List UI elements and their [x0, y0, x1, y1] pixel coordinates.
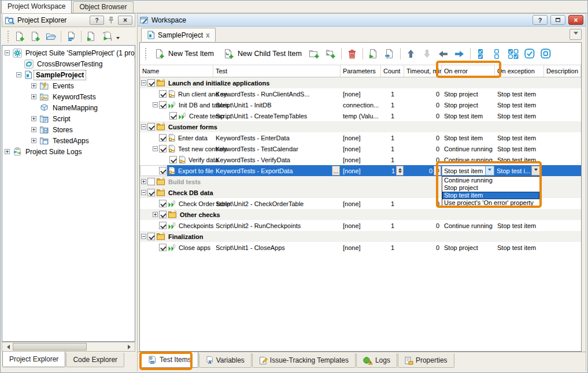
toolbar-grip[interactable]	[7, 30, 9, 43]
row-checkbox[interactable]	[159, 244, 167, 251]
row-checkbox[interactable]	[159, 145, 167, 152]
row-expand-icon[interactable]	[141, 124, 146, 129]
tree-item-project-suite-sampleproject-1-project[interactable]: Project Suite 'SampleProject' (1 project	[2, 47, 135, 58]
tree-expand-icon[interactable]	[5, 149, 10, 154]
row-expand-icon[interactable]	[153, 146, 158, 151]
row-checkbox[interactable]	[147, 189, 155, 196]
tree-expand-icon[interactable]	[16, 72, 21, 77]
column-header-on-error[interactable]: On error	[442, 65, 495, 77]
scroll-left-icon[interactable]	[2, 342, 12, 351]
test-browse-button[interactable]: ...	[332, 166, 340, 176]
row-checkbox[interactable]	[159, 134, 167, 141]
column-header-parameters[interactable]: Parameters	[341, 65, 381, 77]
row-checkbox[interactable]	[147, 178, 155, 185]
tab-sampleproject[interactable]: SampleProject x	[141, 28, 216, 42]
test-item-row-checkpoints[interactable]: ()CheckpointsScript\Unit2 - RunCheckpoin…	[140, 220, 581, 231]
uncheck-all-items-button[interactable]	[490, 46, 505, 61]
test-item-row-close-apps[interactable]: ()Close appsScript\Unit1 - CloseApps[non…	[140, 242, 581, 253]
test-item-row-verify-data[interactable]: Verify dataKeywordTests - VerifyData[non…	[140, 154, 581, 165]
column-header-timeout-min[interactable]: Timeout, min	[404, 65, 442, 77]
row-checkbox[interactable]	[169, 112, 177, 120]
on-exception-combobox[interactable]: Stop test i...	[495, 166, 540, 176]
row-checkbox[interactable]	[147, 123, 155, 130]
test-item-row-export-to-file[interactable]: Export to fileKeywordTests - ExportData[…	[140, 165, 581, 176]
go-to-test-button[interactable]	[382, 46, 397, 61]
row-checkbox[interactable]	[159, 211, 167, 218]
dropdown-option-use-project-s-on-error-property[interactable]: Use project's 'On error' property	[442, 199, 539, 207]
spin-up-icon[interactable]	[434, 166, 441, 171]
row-checkbox[interactable]	[159, 90, 167, 98]
move-right-button[interactable]	[452, 46, 467, 61]
dropdown-option-continue-running[interactable]: Continue running	[442, 177, 539, 184]
tree-expand-icon[interactable]	[31, 94, 36, 99]
new-item-button[interactable]	[28, 29, 43, 44]
scroll-right-icon[interactable]	[125, 342, 135, 351]
workspace-help-button[interactable]: ?	[532, 15, 548, 25]
tree-expand-icon[interactable]	[31, 138, 36, 143]
row-expand-icon[interactable]	[153, 102, 158, 107]
run-project-button[interactable]	[84, 29, 99, 44]
close-panel-button[interactable]: ×	[118, 16, 132, 25]
test-item-row-create-temp[interactable]: ()Create temp ...Script\Unit1 - CreateTe…	[140, 110, 581, 121]
row-checkbox[interactable]	[147, 233, 155, 240]
row-checkbox[interactable]	[169, 156, 177, 163]
tab-list-dropdown-button[interactable]	[569, 29, 582, 40]
move-up-button[interactable]	[404, 46, 419, 61]
test-item-row-test-new-controls[interactable]: Test new controlsKeywordTests - TestCale…	[140, 143, 581, 154]
tree-item-stores[interactable]: Stores	[2, 124, 135, 135]
tree-expand-icon[interactable]	[31, 83, 36, 88]
workspace-close-button[interactable]: ×	[568, 15, 583, 25]
dropdown-option-stop-project[interactable]: Stop project	[442, 184, 539, 192]
move-left-button[interactable]	[436, 46, 451, 61]
timeout-spinner[interactable]	[434, 166, 441, 176]
on-error-combobox[interactable]: Stop test item	[442, 166, 494, 176]
bottom-tab-issue-tracking-templates[interactable]: Issue-Tracking Templates	[252, 353, 356, 368]
group-row-other-checks[interactable]: Other checks	[140, 209, 581, 220]
check-all-items-button[interactable]	[474, 46, 489, 61]
row-expand-icon[interactable]	[141, 234, 146, 239]
scrollbar-thumb[interactable]	[13, 343, 87, 350]
bottom-tab-test-items[interactable]: Test Items	[141, 352, 198, 368]
run-project-suite-button[interactable]	[99, 29, 114, 44]
top-tab-object-browser[interactable]: Object Browser	[73, 1, 133, 13]
row-expand-icon[interactable]	[141, 80, 146, 85]
run-selected-item-button[interactable]	[366, 46, 381, 61]
dropdown-option-stop-test-item[interactable]: Stop test item	[442, 192, 539, 199]
delete-button[interactable]	[345, 46, 360, 61]
row-expand-icon[interactable]	[141, 190, 146, 195]
horizontal-scrollbar[interactable]	[2, 342, 135, 352]
tree-expand-icon[interactable]	[31, 116, 36, 121]
help-button[interactable]: ?	[90, 16, 104, 25]
add-new-project-button[interactable]	[12, 29, 27, 44]
tree-item-script[interactable]: Script	[2, 113, 135, 124]
tree-item-testedapps[interactable]: TestedApps	[2, 135, 135, 146]
move-down-button[interactable]	[420, 46, 435, 61]
new-child-test-item-button[interactable]: New Child Test Item	[219, 47, 306, 61]
dropdown-button[interactable]	[531, 166, 540, 176]
group-row-launch-and-initialize-applications[interactable]: Launch and initialize applications	[140, 77, 581, 88]
check-selected-button[interactable]	[522, 46, 537, 61]
group-row-finalization[interactable]: Finalization	[140, 231, 581, 242]
bottom-tab-project-explorer[interactable]: Project Explorer	[2, 352, 65, 367]
count-spinner[interactable]	[396, 166, 404, 176]
tree-item-project-suite-logs[interactable]: Project Suite Logs	[2, 146, 135, 157]
row-checkbox[interactable]	[159, 200, 167, 207]
bottom-tab-code-explorer[interactable]: Code Explorer	[66, 353, 124, 367]
pin-icon[interactable]	[106, 16, 116, 25]
row-checkbox[interactable]	[159, 167, 167, 174]
column-header-on-exception[interactable]: On exception	[495, 65, 544, 77]
tree-item-namemapping[interactable]: NameMapping	[2, 102, 135, 113]
tree-item-events[interactable]: Events	[2, 80, 135, 91]
scrollbar-track[interactable]	[12, 342, 125, 351]
row-expand-icon[interactable]	[153, 212, 158, 217]
column-header-count[interactable]: Count	[381, 65, 404, 77]
tree-item-crossbrowsertesting[interactable]: CrossBrowserTesting	[2, 58, 135, 69]
tab-close-icon[interactable]: x	[206, 31, 210, 39]
bottom-tab-logs[interactable]: Logs	[356, 353, 397, 368]
row-checkbox[interactable]	[159, 101, 167, 109]
open-item-button[interactable]	[43, 29, 58, 44]
bottom-tab-properties[interactable]: Properties	[398, 353, 454, 368]
top-tab-project-workspace[interactable]: Project Workspace	[1, 0, 72, 13]
uncheck-selected-button[interactable]	[538, 46, 553, 61]
row-checkbox[interactable]	[147, 79, 155, 87]
